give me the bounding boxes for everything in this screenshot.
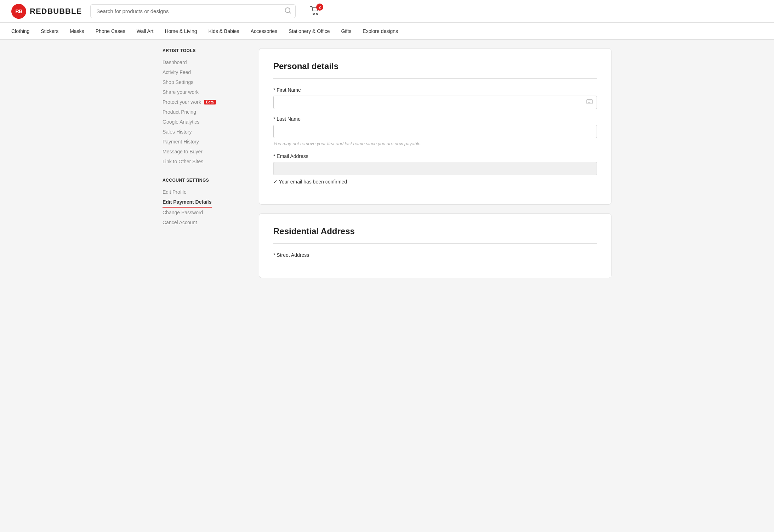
personal-details-title: Personal details — [273, 61, 597, 71]
nav-item-home-living[interactable]: Home & Living — [165, 27, 197, 35]
first-name-input[interactable] — [273, 96, 597, 109]
sidebar-item-sales-history[interactable]: Sales History — [163, 127, 247, 137]
sidebar-item-shop-settings[interactable]: Shop Settings — [163, 77, 247, 87]
svg-point-2 — [313, 13, 314, 15]
search-input[interactable] — [90, 4, 296, 18]
sidebar-item-share-your-work[interactable]: Share your work — [163, 87, 247, 97]
sidebar-item-google-analytics[interactable]: Google Analytics — [163, 117, 247, 127]
main-content: Personal details * First Name * Last Nam… — [259, 48, 611, 287]
name-hint: You may not remove your first and last n… — [273, 141, 597, 146]
nav-item-masks[interactable]: Masks — [70, 27, 84, 35]
email-wrapper — [273, 162, 597, 175]
sidebar: ARTIST TOOLS Dashboard Activity Feed Sho… — [163, 48, 247, 287]
account-settings-label: ACCOUNT SETTINGS — [163, 178, 247, 183]
logo-icon: RB — [11, 4, 26, 19]
sidebar-divider — [163, 169, 247, 178]
first-name-label: * First Name — [273, 87, 597, 93]
sidebar-item-message-to-buyer[interactable]: Message to Buyer — [163, 147, 247, 157]
personal-details-divider — [273, 78, 597, 79]
artist-tools-section: ARTIST TOOLS Dashboard Activity Feed Sho… — [163, 48, 247, 166]
nav-item-wall-art[interactable]: Wall Art — [137, 27, 154, 35]
main-nav: Clothing Stickers Masks Phone Cases Wall… — [0, 23, 774, 40]
street-address-field-group: * Street Address — [273, 252, 597, 258]
sidebar-item-edit-payment-details[interactable]: Edit Payment Details — [163, 197, 212, 208]
artist-tools-label: ARTIST TOOLS — [163, 48, 247, 53]
header: RB REDBUBBLE 2 — [0, 0, 774, 23]
last-name-label: * Last Name — [273, 116, 597, 122]
street-address-label: * Street Address — [273, 252, 597, 258]
logo-text: REDBUBBLE — [30, 7, 82, 16]
sidebar-item-product-pricing[interactable]: Product Pricing — [163, 107, 247, 117]
residential-address-title: Residential Address — [273, 226, 597, 236]
nav-item-clothing[interactable]: Clothing — [11, 27, 29, 35]
sidebar-item-cancel-account[interactable]: Cancel Account — [163, 217, 247, 227]
first-name-wrapper — [273, 96, 597, 109]
svg-rect-4 — [587, 100, 592, 104]
search-icon[interactable] — [284, 7, 291, 16]
svg-point-3 — [317, 13, 318, 15]
sidebar-item-activity-feed[interactable]: Activity Feed — [163, 67, 247, 77]
page-layout: ARTIST TOOLS Dashboard Activity Feed Sho… — [157, 40, 617, 295]
sidebar-item-protect-your-work[interactable]: Protect your work Beta — [163, 97, 247, 107]
search-area — [90, 4, 296, 18]
personal-details-card: Personal details * First Name * Last Nam… — [259, 48, 611, 205]
last-name-field-group: * Last Name You may not remove your firs… — [273, 116, 597, 146]
residential-address-card: Residential Address * Street Address — [259, 213, 611, 278]
sidebar-item-edit-profile[interactable]: Edit Profile — [163, 187, 247, 197]
sidebar-item-payment-history[interactable]: Payment History — [163, 137, 247, 147]
nav-item-stickers[interactable]: Stickers — [41, 27, 58, 35]
nav-item-kids-babies[interactable]: Kids & Babies — [208, 27, 239, 35]
nav-item-phone-cases[interactable]: Phone Cases — [96, 27, 125, 35]
sidebar-item-dashboard[interactable]: Dashboard — [163, 57, 247, 67]
cart-button[interactable]: 2 — [310, 6, 320, 17]
email-field-group: * Email Address ✓ Your email has been co… — [273, 153, 597, 185]
nav-item-accessories[interactable]: Accessories — [251, 27, 277, 35]
nav-item-gifts[interactable]: Gifts — [341, 27, 352, 35]
email-label: * Email Address — [273, 153, 597, 159]
residential-divider — [273, 243, 597, 244]
nav-item-explore-designs[interactable]: Explore designs — [363, 27, 398, 35]
last-name-wrapper — [273, 125, 597, 138]
account-settings-section: ACCOUNT SETTINGS Edit Profile Edit Payme… — [163, 178, 247, 227]
email-input[interactable] — [273, 162, 597, 175]
nav-item-stationery-office[interactable]: Stationery & Office — [289, 27, 330, 35]
sidebar-item-change-password[interactable]: Change Password — [163, 208, 247, 217]
logo[interactable]: RB REDBUBBLE — [11, 4, 82, 19]
beta-badge: Beta — [204, 100, 216, 104]
cart-badge: 2 — [316, 4, 323, 11]
autofill-icon — [586, 99, 593, 106]
svg-line-1 — [289, 12, 291, 13]
first-name-field-group: * First Name — [273, 87, 597, 109]
sidebar-item-link-to-other-sites[interactable]: Link to Other Sites — [163, 157, 247, 166]
email-confirm: ✓ Your email has been confirmed — [273, 179, 597, 185]
last-name-input[interactable] — [273, 125, 597, 138]
